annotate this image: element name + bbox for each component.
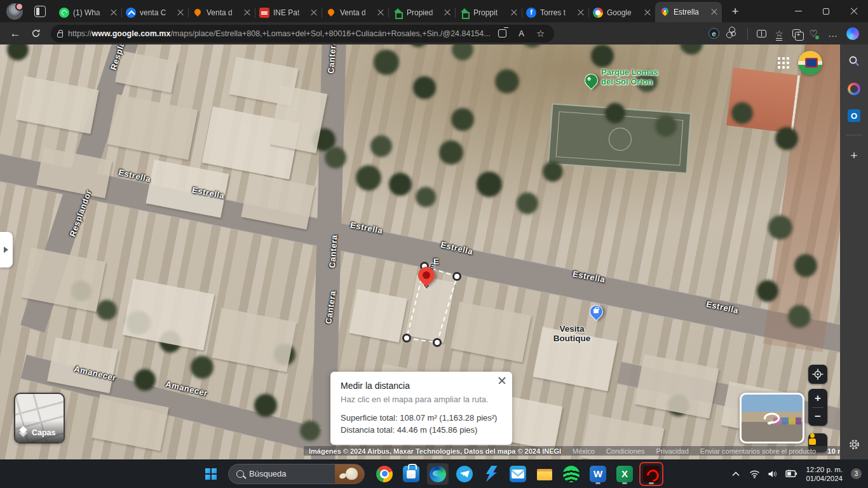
tab-close-icon[interactable] bbox=[511, 10, 517, 16]
attribution-link-m-xico[interactable]: México bbox=[573, 447, 595, 455]
desktop: (1) Whaventa CVenta dINE PatVenta dPropi… bbox=[0, 0, 868, 488]
address-bar[interactable]: https://www.google.com.mx/maps/place/Est… bbox=[51, 25, 554, 43]
tab-close-icon[interactable] bbox=[377, 10, 384, 16]
dialog-close-icon[interactable] bbox=[498, 377, 506, 384]
clock-time: 12:20 p. m. bbox=[806, 465, 843, 474]
back-button[interactable]: ← bbox=[6, 25, 24, 43]
tab-actions-icon[interactable] bbox=[34, 6, 46, 17]
minimize-button[interactable] bbox=[784, 0, 812, 22]
start-button[interactable] bbox=[200, 463, 222, 485]
collections-icon[interactable] bbox=[792, 29, 801, 37]
new-tab-button[interactable]: + bbox=[727, 3, 743, 20]
google-account-avatar[interactable] bbox=[798, 51, 822, 75]
taskbar-mail-button[interactable] bbox=[507, 463, 529, 485]
attribution-link-privacidad[interactable]: Privacidad bbox=[656, 447, 688, 455]
favorite-star-icon[interactable] bbox=[534, 27, 548, 41]
side-panel-expand-button[interactable] bbox=[0, 232, 13, 268]
attribution-link-condiciones[interactable]: Condiciones bbox=[606, 447, 645, 455]
close-icon bbox=[850, 8, 858, 15]
poi-park-pin[interactable]: ♠ bbox=[585, 74, 598, 87]
tab-torres-t[interactable]: Torres t bbox=[522, 3, 588, 22]
taskbar-store-button[interactable] bbox=[400, 463, 422, 485]
google-apps-grid-icon[interactable] bbox=[778, 57, 780, 60]
tab-close-icon[interactable] bbox=[444, 10, 451, 16]
close-button[interactable] bbox=[840, 0, 868, 22]
tab-1-wha[interactable]: (1) Wha bbox=[55, 3, 121, 22]
google-maps-satellite-view[interactable]: ResplaCanteraEstrellaEstrellaEstrellaEst… bbox=[0, 44, 840, 459]
read-aloud-icon[interactable] bbox=[515, 27, 529, 41]
poi-park-label[interactable]: Parque Lomas del Sol Orion bbox=[601, 67, 658, 86]
extensions-icon[interactable] bbox=[731, 31, 736, 36]
copilot-icon[interactable] bbox=[846, 27, 859, 40]
pdf-icon bbox=[259, 8, 269, 18]
tab-close-icon[interactable] bbox=[711, 9, 717, 15]
tab-close-icon[interactable] bbox=[311, 10, 317, 16]
browser-profile-avatar[interactable] bbox=[6, 3, 23, 20]
maximize-button[interactable] bbox=[812, 0, 840, 22]
tab-venta-d[interactable]: Venta d bbox=[188, 3, 255, 22]
layers-button[interactable]: Capas bbox=[14, 393, 65, 444]
sidebar-add-button[interactable]: + bbox=[846, 148, 862, 163]
street-label-cantera: Cantera bbox=[323, 290, 337, 324]
poi-shop-label[interactable]: Vesita Boutique bbox=[540, 324, 604, 343]
house-green-icon bbox=[393, 8, 403, 18]
wifi-icon[interactable] bbox=[748, 468, 761, 480]
excel-icon: X bbox=[616, 466, 633, 482]
taskbar-excel-button[interactable]: X bbox=[614, 463, 635, 485]
settings-more-icon[interactable] bbox=[828, 28, 837, 39]
tab-close-icon[interactable] bbox=[578, 10, 584, 16]
split-screen-icon[interactable] bbox=[757, 30, 766, 37]
attribution-link-enviar-comentarios-sobre-el-producto[interactable]: Enviar comentarios sobre el producto bbox=[700, 447, 816, 455]
edge-sidebar: + bbox=[840, 44, 868, 459]
taskbar-edge-button[interactable] bbox=[427, 463, 449, 485]
sidebar-search-icon[interactable] bbox=[846, 53, 862, 69]
dialog-hint: Haz clic en el mapa para ampliar la ruta… bbox=[341, 395, 502, 404]
tab-venta-d[interactable]: Venta d bbox=[322, 3, 388, 22]
location-pin[interactable] bbox=[418, 267, 435, 283]
street-view-thumbnail[interactable] bbox=[740, 393, 804, 444]
taskbar-search-box[interactable]: Búsqueda bbox=[228, 464, 365, 484]
tab-close-icon[interactable] bbox=[644, 10, 651, 16]
tab-label: Propied bbox=[407, 8, 440, 17]
extension-e-icon[interactable] bbox=[709, 28, 719, 39]
tab-google[interactable]: Google bbox=[588, 3, 655, 22]
volume-icon[interactable] bbox=[766, 468, 779, 480]
tab-close-icon[interactable] bbox=[177, 10, 184, 16]
tab-venta-c[interactable]: venta C bbox=[121, 3, 188, 22]
tab-close-icon[interactable] bbox=[244, 10, 250, 16]
tab-propied[interactable]: Propied bbox=[388, 3, 455, 22]
taskbar-clock[interactable]: 12:20 p. m. 01/04/2024 bbox=[806, 465, 843, 483]
taskbar-lightning-button[interactable] bbox=[480, 463, 502, 485]
street-label-estrella: Estrella bbox=[118, 167, 152, 184]
toolbar-divider bbox=[747, 28, 748, 39]
google-icon bbox=[593, 8, 603, 18]
screenshot-icon[interactable] bbox=[496, 27, 510, 41]
taskbar-explorer-button[interactable] bbox=[534, 463, 555, 485]
poi-shop-pin[interactable] bbox=[590, 305, 603, 318]
taskbar-telegram-button[interactable] bbox=[454, 463, 475, 485]
tab-close-icon[interactable] bbox=[111, 10, 117, 16]
taskbar-spotify-button[interactable] bbox=[560, 463, 582, 485]
notification-badge[interactable]: 3 bbox=[851, 468, 862, 479]
my-location-button[interactable] bbox=[808, 365, 827, 384]
battery-icon[interactable] bbox=[785, 468, 797, 480]
zoom-out-button[interactable]: − bbox=[808, 408, 827, 426]
browser-essentials-icon[interactable] bbox=[810, 28, 819, 39]
sidebar-m365-icon[interactable] bbox=[846, 81, 862, 97]
park-pin-icon bbox=[582, 71, 601, 90]
sidebar-divider bbox=[846, 135, 862, 135]
taskbar-acrobat-button[interactable] bbox=[641, 463, 662, 485]
tab-ine-pat[interactable]: INE Pat bbox=[255, 3, 322, 22]
street-label-amanecer: Amanecer bbox=[165, 379, 208, 398]
sidebar-outlook-icon[interactable] bbox=[848, 109, 860, 122]
tab-estrella[interactable]: Estrella bbox=[655, 2, 722, 22]
sidebar-settings-icon[interactable] bbox=[846, 437, 862, 452]
tray-chevron-icon[interactable] bbox=[729, 468, 742, 480]
url-text[interactable]: https://www.google.com.mx/maps/place/Est… bbox=[68, 29, 491, 38]
taskbar-word-button[interactable]: W bbox=[587, 463, 609, 485]
refresh-button[interactable] bbox=[27, 25, 44, 43]
tab-proppit[interactable]: Proppit bbox=[455, 3, 522, 22]
zoom-in-button[interactable]: + bbox=[808, 390, 827, 407]
taskbar-chrome-button[interactable] bbox=[374, 463, 395, 485]
favorites-icon[interactable] bbox=[775, 28, 783, 39]
